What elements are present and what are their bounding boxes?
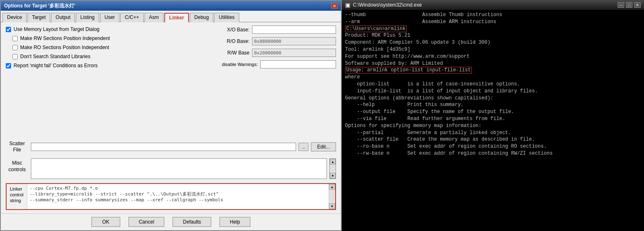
- scroll-up-arrow[interactable]: ▲: [330, 159, 336, 165]
- cmd-content: --thumb Assemble Thumb instructions--arm…: [342, 10, 644, 231]
- cmd-line: For support see http://www.arm.com/suppo…: [345, 53, 641, 60]
- ok-button[interactable]: OK: [91, 217, 120, 227]
- cmd-line: input-file-list is a list of input objec…: [345, 88, 641, 95]
- cmd-close-button[interactable]: ✕: [634, 2, 641, 8]
- defaults-button[interactable]: Defaults: [173, 217, 211, 227]
- xo-base-row: X/O Base:: [221, 26, 336, 34]
- tab-asm[interactable]: Asm: [145, 13, 163, 22]
- tab-user[interactable]: User: [100, 13, 119, 22]
- linker-line-3: --summary_stderr --info summarysizes --m…: [30, 197, 326, 203]
- rw-base-row: R/W Base: [221, 49, 336, 57]
- cmd-line: Product: MDK Plus 5.21: [345, 32, 641, 39]
- linker-label-2: control: [10, 192, 23, 197]
- edit-button[interactable]: Edit...: [311, 142, 336, 151]
- tab-output[interactable]: Output: [51, 13, 75, 22]
- scatter-browse-button[interactable]: ...: [299, 143, 308, 151]
- linker-content: --cpu Cortex-M7.fp.dp *.o --library_type…: [27, 184, 329, 209]
- cmd-titlebar: ▣ C:\Windows\system32\cmd.exe ─ □ ✕: [342, 0, 644, 10]
- scroll-down-arrow[interactable]: ▼: [330, 173, 336, 179]
- linker-labels: Linker control string: [7, 184, 27, 209]
- cmd-line: Tool: armlink [4d35c9]: [345, 46, 641, 53]
- tab-device[interactable]: Device: [2, 13, 27, 22]
- checkbox-ro-label: Make RO Sections Position Independent: [20, 45, 109, 50]
- linker-scrollbar: ▲ ▼: [329, 184, 335, 209]
- linker-control-box: Linker control string --cpu Cortex-M7.fp…: [6, 183, 336, 210]
- dialog-titlebar: Options for Target '多彩流水灯' ✕: [1, 1, 341, 11]
- checkbox-no-std-lib[interactable]: [12, 54, 18, 59]
- cmd-line: Usage: armlink option-list input-file-li…: [345, 67, 641, 74]
- dialog-close-button[interactable]: ✕: [331, 3, 338, 9]
- disable-warnings-input[interactable]: [260, 60, 336, 68]
- tab-listing[interactable]: Listing: [76, 13, 99, 22]
- tabs-bar: Device Target Output Listing User C/C++ …: [1, 11, 341, 22]
- cmd-minimize-button[interactable]: ─: [618, 2, 624, 8]
- checkbox-ro-position[interactable]: [12, 45, 18, 50]
- right-options: X/O Base: R/O Base: R/W Base disable War…: [221, 26, 336, 123]
- cmd-line: --arm Assemble ARM instructions: [345, 19, 641, 26]
- xo-base-label: X/O Base:: [221, 27, 250, 33]
- checkbox-use-memory-label: Use Memory Layout from Target Dialog: [14, 26, 100, 32]
- checkbox-row-use-memory: Use Memory Layout from Target Dialog: [6, 26, 217, 32]
- linker-line-1: --cpu Cortex-M7.fp.dp *.o: [30, 186, 326, 191]
- checkbox-row-ro: Make RO Sections Position Independent: [12, 45, 217, 50]
- rw-base-input[interactable]: [252, 49, 336, 57]
- cmd-title: ▣ C:\Windows\system32\cmd.exe: [345, 2, 422, 8]
- linker-scroll-up[interactable]: ▲: [329, 184, 335, 190]
- dialog-title: Options for Target '多彩流水灯': [4, 2, 75, 9]
- checkbox-row-rw: Make RW Sections Position Independent: [12, 35, 217, 41]
- ro-base-input[interactable]: [252, 37, 336, 45]
- scatter-input[interactable]: [31, 143, 296, 151]
- linker-line-2: --library_type=microlib --strict --scatt…: [30, 191, 326, 197]
- misc-section: Misc controls ▲ ▼: [6, 158, 336, 179]
- rw-base-label: R/W Base: [221, 50, 250, 56]
- misc-label: Misc controls: [6, 158, 28, 173]
- cmd-line: --partial Generate a partially linked ob…: [345, 130, 641, 137]
- checkbox-use-memory[interactable]: [6, 27, 11, 32]
- cmd-icon: ▣: [345, 2, 350, 8]
- cmd-controls: ─ □ ✕: [618, 2, 641, 8]
- dialog-footer: OK Cancel Defaults Help: [1, 213, 341, 230]
- cmd-line: Software supplied by: ARM Limited: [345, 60, 641, 67]
- left-options: Use Memory Layout from Target Dialog Mak…: [6, 26, 217, 123]
- disable-warnings-label: disable Warnings:: [221, 62, 258, 67]
- checkbox-rw-position[interactable]: [12, 36, 18, 41]
- cmd-title-text: C:\Windows\system32\cmd.exe: [353, 2, 422, 8]
- xo-base-input[interactable]: [252, 26, 336, 34]
- tab-linker[interactable]: Linker: [164, 13, 189, 22]
- linker-label-3: string: [10, 198, 23, 203]
- cmd-window: ▣ C:\Windows\system32\cmd.exe ─ □ ✕ --th…: [342, 0, 644, 231]
- cmd-line: --via file Read further arguments from f…: [345, 116, 641, 123]
- scatter-section: Scatter File ... Edit...: [6, 141, 336, 153]
- cmd-line: C:\Users\can>armlink: [345, 26, 641, 33]
- linker-scroll-down[interactable]: ▼: [329, 203, 335, 209]
- cancel-button[interactable]: Cancel: [128, 217, 164, 227]
- linker-label-1: Linker: [10, 186, 23, 191]
- tab-debug[interactable]: Debug: [190, 13, 213, 22]
- misc-textarea[interactable]: [31, 158, 327, 179]
- cmd-line: --output file Specify the name of the ou…: [345, 108, 641, 116]
- tab-utilities[interactable]: Utilities: [214, 13, 239, 22]
- help-button[interactable]: Help: [219, 217, 250, 227]
- tab-target[interactable]: Target: [28, 13, 50, 22]
- cmd-line: where: [345, 74, 641, 81]
- cmd-line: --scatter file Create the memory map as …: [345, 136, 641, 143]
- ro-base-label: R/O Base:: [221, 38, 250, 44]
- dialog-content: Use Memory Layout from Target Dialog Mak…: [1, 22, 341, 213]
- cmd-maximize-button[interactable]: □: [626, 2, 632, 8]
- tab-cpp[interactable]: C/C++: [120, 13, 144, 22]
- cmd-line: --ro-base n Set exec addr of region cont…: [345, 143, 641, 150]
- cmd-line: option-list is a list of case-insensitiv…: [345, 81, 641, 88]
- ro-base-row: R/O Base:: [221, 37, 336, 45]
- checkbox-rw-label: Make RW Sections Position Independent: [20, 35, 110, 41]
- cmd-line: Component: ARM Compiler 5.06 update 3 (b…: [345, 39, 641, 46]
- cmd-line: Options for specifying memory map inform…: [345, 123, 641, 130]
- checkbox-report[interactable]: [6, 63, 11, 68]
- checkbox-row-report: Report 'might fail' Conditions as Errors: [6, 63, 217, 68]
- options-dialog: Options for Target '多彩流水灯' ✕ Device Targ…: [0, 0, 342, 231]
- cmd-line: --rw-base n Set exec addr of region cont…: [345, 150, 641, 157]
- checkbox-report-label: Report 'might fail' Conditions as Errors: [14, 63, 98, 68]
- cmd-line: --help Print this summary.: [345, 101, 641, 108]
- main-content-area: Use Memory Layout from Target Dialog Mak…: [6, 26, 336, 123]
- checkbox-row-no-std-lib: Don't Search Standard Libraries: [12, 54, 217, 59]
- cmd-line: General options (abbreviations shown cap…: [345, 95, 641, 102]
